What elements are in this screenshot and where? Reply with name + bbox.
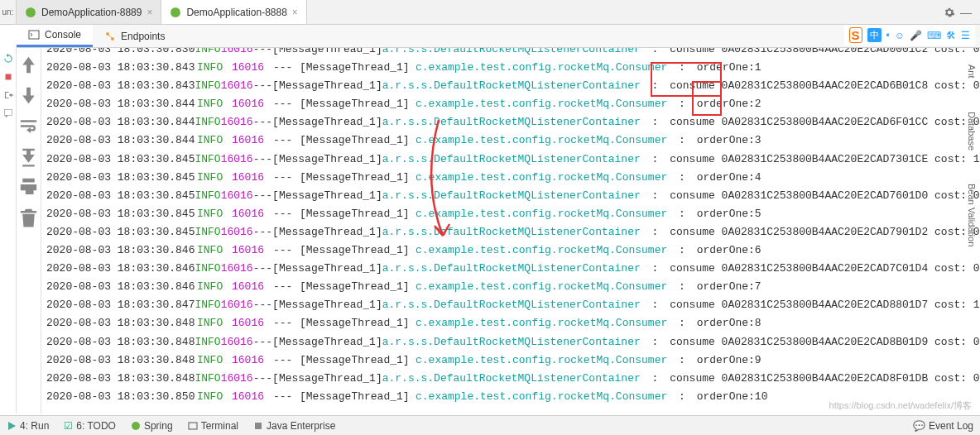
print-icon[interactable] (17, 175, 41, 199)
run-icon (7, 421, 17, 431)
ime-toolbox-icon[interactable]: 🛠 (946, 30, 956, 41)
tab-label: DemoApplication-8889 (41, 7, 142, 18)
log-line: 2020-08-03 18:03:30.843INFO16016---[Mess… (46, 59, 975, 77)
svg-point-7 (132, 422, 140, 430)
up-icon[interactable] (17, 53, 41, 77)
todo-icon: ☑ (64, 420, 73, 432)
javaee-icon (253, 421, 263, 431)
close-icon[interactable]: × (292, 7, 298, 18)
log-line: 2020-08-03 18:03:30.845INFO16016---[Mess… (46, 223, 975, 241)
tab-console[interactable]: Console (17, 25, 93, 47)
run-config-tab-0[interactable]: DemoApplication-8889× (17, 0, 161, 24)
log-line: 2020-08-03 18:03:30.845INFO16016---[Mess… (46, 169, 975, 187)
ime-emoji-icon[interactable]: ☺ (895, 30, 905, 41)
run-tool-label: un: (0, 0, 17, 24)
console-gutter (17, 48, 41, 413)
stop-icon[interactable] (2, 71, 14, 83)
spring-icon (131, 421, 141, 431)
bottom-spring[interactable]: Spring (131, 420, 173, 432)
ime-chinese-icon[interactable]: 中 (867, 28, 882, 42)
console-icon (28, 29, 40, 41)
bottom-run[interactable]: 4: Run (7, 420, 49, 432)
close-icon[interactable]: × (147, 7, 152, 18)
ime-menu-icon[interactable]: ☰ (961, 30, 970, 41)
rerun-icon[interactable] (2, 53, 14, 65)
watermark-text: https://blog.csdn.net/wadefelix/博客 (829, 399, 972, 412)
log-line: 2020-08-03 18:03:30.848INFO16016---[Mess… (46, 333, 975, 351)
down-icon[interactable] (17, 84, 41, 108)
log-line: 2020-08-03 18:03:30.846INFO16016---[Mess… (46, 278, 975, 296)
log-line: 2020-08-03 18:03:30.844INFO16016---[Mess… (46, 113, 975, 131)
run-gutter (0, 48, 17, 413)
log-line: 2020-08-03 18:03:30.843INFO16016---[Mess… (46, 77, 975, 95)
svg-rect-0 (29, 31, 39, 39)
log-line: 2020-08-03 18:03:30.848INFO16016---[Mess… (46, 351, 975, 370)
softwrap-icon[interactable] (17, 114, 41, 138)
tab-endpoints-label: Endpoints (121, 31, 165, 42)
spring-leaf-icon (25, 7, 36, 18)
svg-point-6 (5, 115, 7, 117)
log-line: 2020-08-03 18:03:30.845INFO16016---[Mess… (46, 151, 975, 169)
gear-icon[interactable] (944, 7, 955, 18)
log-line: 2020-08-03 18:03:30.830INFO16016---[Mess… (46, 48, 975, 59)
svg-rect-4 (5, 74, 11, 80)
rail-database[interactable]: Database (967, 112, 977, 151)
spring-leaf-icon (170, 7, 181, 18)
minimize-icon[interactable]: — (960, 6, 972, 19)
top-right-controls: — (944, 0, 980, 24)
log-line: 2020-08-03 18:03:30.845INFO16016---[Mess… (46, 205, 975, 223)
svg-rect-9 (255, 423, 262, 429)
rail-ant[interactable]: Ant (967, 65, 977, 79)
dump-icon[interactable] (2, 108, 14, 119)
sogou-icon[interactable]: S (849, 27, 862, 43)
log-line: 2020-08-03 18:03:30.848INFO16016---[Mess… (46, 314, 975, 332)
ime-toolbar: S 中 • ☺ 🎤 ⌨ 🛠 ☰ (844, 25, 975, 45)
bottom-toolbar: 4: Run ☑6: TODO Spring Terminal Java Ent… (0, 415, 980, 435)
log-line: 2020-08-03 18:03:30.844INFO16016---[Mess… (46, 131, 975, 150)
run-config-tabs: un: DemoApplication-8889×DemoApplication… (0, 0, 980, 25)
bottom-terminal[interactable]: Terminal (188, 420, 238, 432)
bottom-eventlog[interactable]: 💬Event Log (913, 420, 973, 432)
main-area: 2020-08-03 18:03:30.830INFO16016---[Mess… (0, 48, 980, 413)
log-line: 2020-08-03 18:03:30.847INFO16016---[Mess… (46, 296, 975, 314)
clear-icon[interactable] (17, 206, 41, 230)
svg-line-3 (108, 35, 112, 38)
exit-icon[interactable] (2, 89, 14, 101)
log-line: 2020-08-03 18:03:30.846INFO16016---[Mess… (46, 260, 975, 278)
bottom-todo[interactable]: ☑6: TODO (64, 420, 116, 432)
run-sub-tabs: Console Endpoints (17, 25, 980, 48)
svg-rect-5 (4, 109, 12, 115)
scrollend-icon[interactable] (17, 145, 41, 169)
console-output[interactable]: 2020-08-03 18:03:30.830INFO16016---[Mess… (41, 48, 980, 413)
bottom-javaee[interactable]: Java Enterprise (253, 420, 335, 432)
log-line: 2020-08-03 18:03:30.844INFO16016---[Mess… (46, 95, 975, 113)
ime-keyboard-icon[interactable]: ⌨ (927, 30, 941, 41)
tab-endpoints[interactable]: Endpoints (93, 25, 176, 47)
ime-voice-icon[interactable]: 🎤 (910, 30, 922, 41)
tab-console-label: Console (45, 29, 81, 41)
rail-bean-validation[interactable]: Bean Validation (967, 184, 977, 246)
log-line: 2020-08-03 18:03:30.846INFO16016---[Mess… (46, 241, 975, 260)
eventlog-icon: 💬 (913, 420, 925, 432)
log-line: 2020-08-03 18:03:30.845INFO16016---[Mess… (46, 187, 975, 205)
run-config-tab-1[interactable]: DemoApplication-8888× (161, 0, 306, 24)
terminal-icon (188, 421, 198, 431)
log-line: 2020-08-03 18:03:30.848INFO16016---[Mess… (46, 370, 975, 388)
ime-punct-icon[interactable]: • (886, 30, 890, 41)
endpoints-icon (104, 31, 116, 42)
tab-label: DemoApplication-8888 (186, 7, 286, 18)
right-tool-rail: Ant Database Bean Validation (963, 48, 980, 246)
svg-rect-8 (189, 423, 197, 429)
